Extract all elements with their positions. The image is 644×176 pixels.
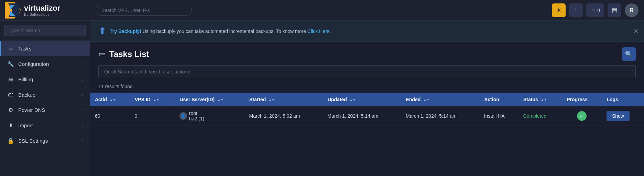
cell-action: Install HA [479,106,519,126]
sidebar-item-label: Configuration [18,61,82,67]
sidebar-item-label: Backup [18,92,82,98]
cell-actid: 60 [90,106,130,126]
billing-icon: ▤ [7,76,14,83]
topbar: ☀ + ≔ 0 ▤ R [90,0,644,21]
brand-name: virtualizor [24,4,60,13]
user-cell: 👤 root ha2 (1) [179,110,240,121]
logo-area: virtualizor By Softaculous [0,0,90,21]
sidebar-item-billing[interactable]: ▤ Billling › [0,72,90,87]
server-id: ha2 (1) [189,116,204,121]
wrench-icon: 🔧 [7,61,14,67]
quick-search-area [90,65,644,82]
cell-vpsid: 0 [130,106,175,126]
import-icon: ⬆ [7,122,14,129]
main-content: ☀ + ≔ 0 ▤ R ⬆ Try Backuply! Using backup… [90,0,644,176]
user-avatar-button[interactable]: R [625,3,638,17]
tasks-table: Actid ▲▼ VPS ID ▲▼ User Server(ID) ▲▼ [90,93,644,126]
tasks-count-value: 0 [597,8,600,13]
page-title-row: ≔ Tasks List [98,49,149,59]
sidebar: virtualizor By Softaculous ≔ Tasks 🔧 Con… [0,0,90,176]
col-logs: Logs [602,93,644,106]
chevron-right-icon: › [82,139,84,143]
username: root [189,110,204,116]
logo-text: virtualizor By Softaculous [24,4,60,16]
tasks-list-icon: ≔ [590,8,595,13]
sidebar-search-input[interactable] [4,25,86,36]
sidebar-item-ssl-settings[interactable]: 🔒 SSL Settings › [0,133,90,149]
sort-arrows-icon[interactable]: ▲▼ [350,98,356,102]
banner-link[interactable]: Click Here [307,28,330,34]
search-icon: 🔍 [625,50,633,58]
sidebar-item-backup[interactable]: 🗃 Backup › [0,87,90,102]
banner-title: Try Backuply! [110,28,141,34]
chevron-right-icon: › [82,123,84,128]
doc-button[interactable]: ▤ [608,3,621,17]
sort-arrows-icon[interactable]: ▲▼ [541,98,547,102]
sidebar-item-label: Import [18,122,82,128]
user-icon: 👤 [181,114,186,118]
table-row: 60 0 👤 root ha2 (1) [90,106,644,126]
chevron-right-icon: › [82,77,84,82]
sort-arrows-icon[interactable]: ▲▼ [423,98,429,102]
backup-icon: 🗃 [7,92,14,98]
chevron-right-icon: › [82,62,84,67]
cell-user-server: 👤 root ha2 (1) [175,106,244,126]
topbar-search-input[interactable] [96,5,192,16]
col-ended: Ended ▲▼ [401,93,479,106]
show-logs-button[interactable]: Show [607,111,630,121]
backuply-banner: ⬆ Try Backuply! Using backuply you can t… [90,21,644,42]
sidebar-item-import[interactable]: ⬆ Import › [0,118,90,133]
col-status: Status ▲▼ [519,93,562,106]
col-progress: Progress [562,93,602,106]
cell-logs: Show [602,106,644,126]
brand-sub: By Softaculous [24,13,60,16]
col-vpsid: VPS ID ▲▼ [130,93,175,106]
sidebar-item-label: Power DNS [18,107,82,113]
sidebar-search-area [0,21,90,41]
cell-progress: ✓ [562,106,602,126]
close-icon[interactable]: ✕ [633,27,638,35]
sun-button[interactable]: ☀ [552,3,566,17]
sidebar-item-tasks[interactable]: ≔ Tasks [0,41,90,56]
banner-body: Using backuply you can take automated in… [141,28,307,34]
sun-icon: ☀ [556,7,561,14]
tasks-table-wrap: Actid ▲▼ VPS ID ▲▼ User Server(ID) ▲▼ [90,93,644,126]
col-actid: Actid ▲▼ [90,93,130,106]
col-action: Action [479,93,519,106]
dns-icon: ⚙ [7,107,14,113]
col-updated: Updated ▲▼ [323,93,401,106]
cell-started: March 1, 2024, 5:02 am [244,106,323,126]
sidebar-item-configuration[interactable]: 🔧 Configuration › [0,56,90,72]
doc-icon: ▤ [612,7,618,14]
content-area: ⬆ Try Backuply! Using backuply you can t… [90,21,644,176]
sort-arrows-icon[interactable]: ▲▼ [269,98,275,102]
sort-arrows-icon[interactable]: ▲▼ [153,98,160,102]
chevron-right-icon: › [82,92,84,97]
topbar-search-area [96,5,192,16]
virtualizor-logo-icon [5,2,21,19]
sidebar-item-label: SSL Settings [18,138,82,144]
avatar-label: R [630,7,634,13]
sidebar-item-label: Tasks [18,46,84,51]
add-button[interactable]: + [569,3,583,17]
plus-icon: + [574,7,578,14]
page-title: Tasks List [109,49,149,59]
sort-arrows-icon[interactable]: ▲▼ [110,98,116,102]
ssl-icon: 🔒 [7,138,14,144]
col-started: Started ▲▼ [244,93,323,106]
sidebar-item-power-dns[interactable]: ⚙ Power DNS › [0,102,90,118]
sidebar-item-label: Billling [18,77,82,82]
sidebar-nav: ≔ Tasks 🔧 Configuration › ▤ Billling › 🗃… [0,41,90,149]
search-toggle-button[interactable]: 🔍 [622,47,636,61]
banner-text: Try Backuply! Using backuply you can tak… [110,28,636,34]
user-avatar-small: 👤 [179,112,187,120]
progress-check-icon: ✓ [577,111,587,121]
page-header: ≔ Tasks List 🔍 [90,42,644,65]
user-info: root ha2 (1) [189,110,204,121]
chevron-right-icon: › [82,108,84,113]
sort-arrows-icon[interactable]: ▲▼ [217,98,223,102]
col-user-server: User Server(ID) ▲▼ [175,93,244,106]
tasks-count-button[interactable]: ≔ 0 [586,3,604,17]
tasks-icon: ≔ [7,45,14,52]
quick-search-input[interactable] [98,65,636,78]
